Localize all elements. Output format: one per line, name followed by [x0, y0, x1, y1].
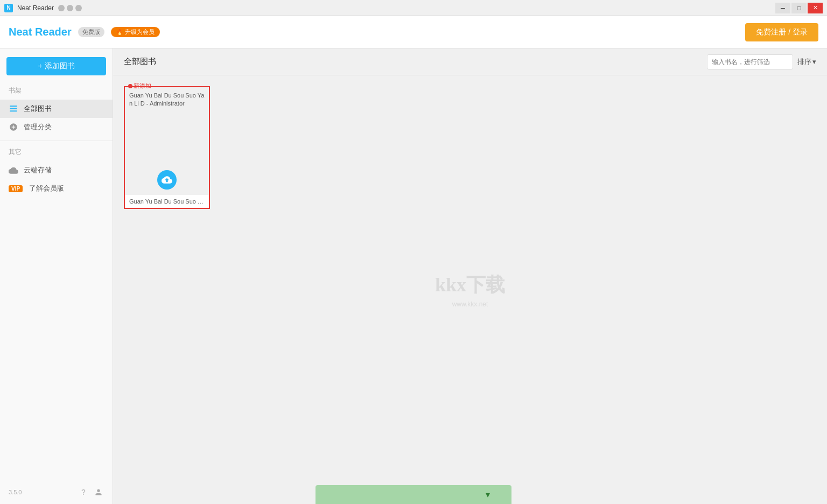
- upgrade-badge-text: 升级为会员: [125, 28, 155, 36]
- new-tag: 新添加: [128, 82, 151, 90]
- sidebar-item-manage-category[interactable]: 管理分类: [0, 118, 113, 136]
- manage-category-icon: [9, 122, 18, 132]
- watermark: kkx下载 www.kkx.net: [435, 272, 505, 308]
- title-bar-left: N Neat Reader: [4, 4, 82, 12]
- upgrade-badge[interactable]: 🔥 升级为会员: [111, 27, 160, 37]
- book-thumb-text: Guan Yu Bai Du Sou Suo Yan Li D - Admini…: [129, 92, 205, 108]
- sidebar: + 添加图书 书架 全部图书 管理分类 其它 云端存储: [0, 48, 113, 504]
- sidebar-item-cloud[interactable]: 云端存储: [0, 161, 113, 179]
- notification-text: [337, 491, 477, 499]
- all-books-icon: [9, 104, 18, 114]
- vip-label: 了解会员版: [29, 184, 64, 193]
- content-controls: 排序 ▾: [707, 54, 816, 69]
- sidebar-bottom: 3.5.0 ?: [0, 480, 113, 504]
- shelf-section-title: 书架: [0, 84, 113, 100]
- other-section-title: 其它: [0, 145, 113, 161]
- sidebar-bottom-icons: ?: [78, 487, 104, 498]
- sidebar-item-vip[interactable]: VIP 了解会员版: [0, 179, 113, 198]
- app-logo: Neat Reader: [9, 26, 72, 38]
- help-icon[interactable]: ?: [78, 487, 89, 498]
- title-dot-2: [67, 5, 73, 11]
- content-title: 全部图书: [124, 57, 156, 67]
- header-bar: Neat Reader 免费版 🔥 升级为会员 免费注册 / 登录: [0, 16, 827, 48]
- user-icon[interactable]: [93, 487, 104, 498]
- cloud-storage-label: 云端存储: [24, 165, 52, 175]
- book-card[interactable]: Guan Yu Bai Du Sou Suo Yan Li D - Admini…: [124, 86, 210, 209]
- close-button[interactable]: ✕: [808, 3, 823, 13]
- title-bar-text: Neat Reader: [17, 4, 54, 12]
- title-bar-dots: [58, 5, 82, 11]
- content-header: 全部图书 排序 ▾: [113, 48, 827, 75]
- register-button[interactable]: 免费注册 / 登录: [745, 23, 818, 41]
- maximize-button[interactable]: □: [791, 3, 807, 13]
- upgrade-icon: 🔥: [116, 29, 123, 35]
- title-bar: N Neat Reader ─ □ ✕: [0, 0, 827, 16]
- sort-button[interactable]: 排序 ▾: [797, 57, 816, 67]
- sort-chevron-icon: ▾: [812, 58, 816, 66]
- watermark-sub: www.kkx.net: [435, 300, 505, 308]
- notification-close-button[interactable]: ▾: [486, 489, 490, 500]
- upload-icon: [157, 170, 177, 190]
- app-container: Neat Reader 免费版 🔥 升级为会员 免费注册 / 登录 + 添加图书…: [0, 16, 827, 504]
- app-icon: N: [4, 4, 13, 12]
- vip-badge: VIP: [9, 185, 23, 192]
- new-dot: [128, 84, 132, 88]
- book-card-wrapper: 新添加 Guan Yu Bai Du Sou Suo Yan Li D - Ad…: [124, 86, 210, 209]
- sidebar-item-all-books[interactable]: 全部图书: [0, 100, 113, 118]
- minimize-button[interactable]: ─: [775, 3, 790, 13]
- books-grid: 新添加 Guan Yu Bai Du Sou Suo Yan Li D - Ad…: [113, 75, 827, 504]
- new-tag-text: 新添加: [134, 82, 151, 90]
- header-left: Neat Reader 免费版 🔥 升级为会员: [9, 26, 160, 38]
- all-books-label: 全部图书: [24, 104, 52, 114]
- version-text: 3.5.0: [9, 489, 22, 495]
- book-thumbnail: Guan Yu Bai Du Sou Suo Yan Li D - Admini…: [125, 87, 209, 195]
- main-layout: + 添加图书 书架 全部图书 管理分类 其它 云端存储: [0, 48, 827, 504]
- search-input[interactable]: [707, 54, 793, 69]
- svg-rect-1: [10, 108, 17, 109]
- svg-rect-2: [10, 110, 17, 111]
- book-title: Guan Yu Bai Du Sou Suo Y...: [125, 195, 209, 208]
- watermark-main: kkx下载: [435, 272, 505, 298]
- title-dot-1: [58, 5, 65, 11]
- content-area: 全部图书 排序 ▾ 新添加: [113, 48, 827, 504]
- bottom-notification: ▾: [316, 485, 511, 504]
- free-badge: 免费版: [78, 27, 104, 37]
- title-dot-3: [75, 5, 82, 11]
- sidebar-divider: [0, 141, 113, 141]
- manage-category-label: 管理分类: [24, 122, 52, 132]
- sort-label: 排序: [797, 57, 811, 67]
- add-book-button[interactable]: + 添加图书: [6, 57, 106, 75]
- window-controls: ─ □ ✕: [775, 3, 823, 13]
- cloud-icon: [9, 165, 18, 175]
- svg-rect-0: [10, 106, 17, 107]
